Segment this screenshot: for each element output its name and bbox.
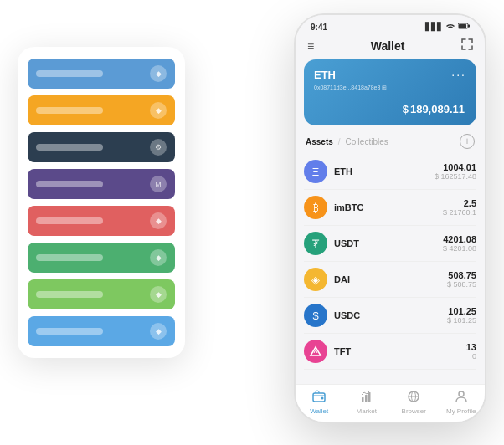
tft-name: TFT bbox=[334, 346, 466, 356]
tft-amount: 13 bbox=[466, 342, 476, 352]
card-strip-7[interactable]: ◆ bbox=[28, 279, 175, 309]
tab-collectibles[interactable]: Collectibles bbox=[346, 137, 388, 146]
svg-point-4 bbox=[321, 397, 324, 400]
dai-amount: 508.75 bbox=[447, 270, 476, 280]
asset-item-dai[interactable]: ◈ DAI 508.75 $ 508.75 bbox=[304, 262, 476, 298]
strip-icon-8: ◆ bbox=[150, 323, 167, 340]
tab-assets[interactable]: Assets bbox=[306, 137, 333, 146]
strip-icon-1: ◆ bbox=[150, 65, 167, 82]
strip-text-8 bbox=[36, 328, 103, 335]
add-icon: + bbox=[464, 136, 470, 147]
status-icons: ▋▋▋ bbox=[425, 22, 470, 32]
dai-name: DAI bbox=[334, 274, 447, 284]
eth-values: 1004.01 $ 162517.48 bbox=[435, 162, 476, 181]
usdc-usd: $ 101.25 bbox=[447, 316, 476, 325]
svg-rect-2 bbox=[468, 25, 470, 28]
strip-text-5 bbox=[36, 217, 103, 224]
card-strip-2[interactable]: ◆ bbox=[28, 95, 175, 125]
usdt-name: USDT bbox=[334, 238, 443, 248]
nav-market[interactable]: Market bbox=[343, 390, 391, 415]
wallet-coin-label: ETH bbox=[314, 69, 336, 81]
expand-icon[interactable] bbox=[461, 38, 473, 53]
nav-market-label: Market bbox=[357, 407, 377, 415]
imbtc-values: 2.5 $ 21760.1 bbox=[443, 198, 476, 217]
strip-text-7 bbox=[36, 291, 103, 298]
usdc-icon: $ bbox=[304, 304, 327, 327]
tab-divider: / bbox=[338, 137, 341, 146]
usdt-values: 4201.08 $ 4201.08 bbox=[443, 234, 476, 253]
usdc-values: 101.25 $ 101.25 bbox=[447, 306, 476, 325]
tft-values: 13 0 bbox=[466, 342, 476, 361]
assets-header: Assets / Collectibles + bbox=[296, 134, 485, 154]
nav-profile[interactable]: My Profile bbox=[438, 390, 486, 415]
card-strip-1[interactable]: ◆ bbox=[28, 59, 175, 89]
strip-icon-3: ⚙ bbox=[150, 139, 167, 156]
wallet-card-menu[interactable]: ··· bbox=[451, 68, 466, 81]
menu-icon[interactable]: ≡ bbox=[307, 39, 314, 53]
strip-text-6 bbox=[36, 254, 103, 261]
balance-value: 189,089.11 bbox=[410, 103, 465, 115]
asset-list: Ξ ETH 1004.01 $ 162517.48 ₿ imBTC 2.5 $ … bbox=[296, 154, 485, 384]
currency-symbol: $ bbox=[403, 103, 409, 115]
imbtc-name: imBTC bbox=[334, 202, 443, 212]
svg-rect-1 bbox=[459, 24, 466, 28]
usdc-amount: 101.25 bbox=[447, 306, 476, 316]
add-asset-button[interactable]: + bbox=[460, 134, 475, 149]
signal-icon: ▋▋▋ bbox=[425, 23, 443, 31]
dai-usd: $ 508.75 bbox=[447, 280, 476, 289]
profile-nav-icon bbox=[455, 390, 468, 406]
tft-icon bbox=[304, 340, 327, 363]
card-strip-3[interactable]: ⚙ bbox=[28, 132, 175, 162]
strip-icon-5: ◆ bbox=[150, 212, 167, 229]
phone-content: ETH ··· 0x08711d3e...8418a78e3 ⊞ $189,08… bbox=[296, 59, 485, 422]
asset-item-imbtc[interactable]: ₿ imBTC 2.5 $ 21760.1 bbox=[304, 190, 476, 226]
nav-profile-label: My Profile bbox=[446, 407, 476, 415]
svg-rect-7 bbox=[368, 392, 371, 402]
asset-item-usdc[interactable]: $ USDC 101.25 $ 101.25 bbox=[304, 298, 476, 334]
strip-text-2 bbox=[36, 107, 103, 114]
asset-item-eth[interactable]: Ξ ETH 1004.01 $ 162517.48 bbox=[304, 154, 476, 190]
phone-header: ≡ Wallet bbox=[296, 35, 485, 59]
eth-usd: $ 162517.48 bbox=[435, 172, 476, 181]
dai-icon: ◈ bbox=[304, 268, 327, 291]
imbtc-amount: 2.5 bbox=[443, 198, 476, 208]
strip-icon-4: M bbox=[150, 176, 167, 192]
status-bar: 9:41 ▋▋▋ bbox=[296, 15, 485, 35]
svg-rect-5 bbox=[362, 397, 364, 402]
asset-item-usdt[interactable]: ₮ USDT 4201.08 $ 4201.08 bbox=[304, 226, 476, 262]
wallet-balance: $189,089.11 bbox=[314, 98, 466, 117]
nav-browser[interactable]: Browser bbox=[390, 390, 438, 415]
main-scene: ◆ ◆ ⚙ M ◆ ◆ ◆ ◆ bbox=[18, 13, 486, 432]
phone-mockup: 9:41 ▋▋▋ ≡ Wallet ETH bbox=[294, 13, 486, 423]
card-strip-5[interactable]: ◆ bbox=[28, 206, 175, 236]
tft-usd: 0 bbox=[466, 352, 476, 361]
card-strip-8[interactable]: ◆ bbox=[28, 316, 175, 346]
left-card-panel: ◆ ◆ ⚙ M ◆ ◆ ◆ ◆ bbox=[18, 47, 185, 358]
eth-amount: 1004.01 bbox=[435, 162, 476, 172]
svg-rect-6 bbox=[365, 395, 368, 402]
nav-wallet[interactable]: Wallet bbox=[296, 390, 343, 415]
card-strip-6[interactable]: ◆ bbox=[28, 243, 175, 273]
strip-text-1 bbox=[36, 70, 103, 77]
assets-tabs: Assets / Collectibles bbox=[306, 137, 388, 146]
status-time: 9:41 bbox=[311, 23, 327, 32]
card-strip-4[interactable]: M bbox=[28, 169, 175, 199]
svg-point-11 bbox=[459, 391, 464, 396]
strip-text-3 bbox=[36, 144, 103, 151]
usdt-icon: ₮ bbox=[304, 232, 327, 255]
imbtc-usd: $ 21760.1 bbox=[443, 208, 476, 217]
wallet-nav-icon bbox=[312, 390, 326, 406]
dai-values: 508.75 $ 508.75 bbox=[447, 270, 476, 289]
wallet-card[interactable]: ETH ··· 0x08711d3e...8418a78e3 ⊞ $189,08… bbox=[304, 59, 476, 125]
battery-icon bbox=[458, 23, 470, 31]
header-title: Wallet bbox=[371, 39, 405, 53]
nav-browser-label: Browser bbox=[402, 407, 426, 415]
strip-text-4 bbox=[36, 181, 103, 187]
usdc-name: USDC bbox=[334, 310, 447, 320]
strip-icon-7: ◆ bbox=[150, 286, 167, 303]
strip-icon-2: ◆ bbox=[150, 102, 167, 119]
bottom-nav: Wallet Market Browser bbox=[296, 384, 485, 422]
wifi-icon bbox=[445, 22, 455, 32]
eth-icon: Ξ bbox=[304, 160, 327, 183]
asset-item-tft[interactable]: TFT 13 0 bbox=[304, 334, 476, 370]
